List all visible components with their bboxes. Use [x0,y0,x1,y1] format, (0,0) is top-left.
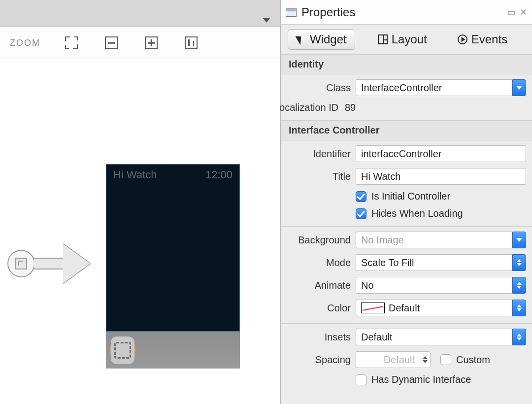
watch-time: 12:00 [205,168,233,327]
spacing-field[interactable]: Default [356,351,420,368]
chevron-updown-icon[interactable] [512,300,526,316]
class-label: Class [287,82,351,94]
tab-events-label: Events [471,33,507,46]
properties-icon [286,8,297,17]
hides-when-loading-checkbox[interactable] [356,208,366,219]
section-identity-header: Identity [281,54,532,74]
panel-title: Properties [301,5,502,19]
color-combo[interactable]: Default [356,300,526,316]
zoom-out-icon[interactable] [105,36,118,49]
is-initial-label: Is Initial Controller [371,191,450,202]
watch-title: Hi Watch [113,168,157,327]
chevron-updown-icon[interactable] [512,277,526,294]
title-field[interactable]: Hi Watch [356,168,526,185]
insets-combo[interactable]: Default [356,329,526,345]
canvas-toolbar: ZOOM [0,27,280,59]
zoom-fit-icon[interactable] [65,36,78,49]
custom-spacing-checkbox[interactable] [440,354,451,365]
insets-label: Insets [287,332,351,343]
animate-field[interactable]: No [356,277,512,294]
color-label: Color [287,303,351,314]
section-background: Background No Image Mode Scale To Fill A… [281,226,532,323]
mode-combo[interactable]: Scale To Fill [356,254,526,271]
canvas-column: ZOOM Hi Watch 12:00 [0,0,281,404]
identifier-field[interactable]: interfaceController [356,145,526,162]
insets-field[interactable]: Default [356,329,512,345]
placeholder-icon [114,342,131,359]
close-icon[interactable]: ✕ [520,7,527,18]
class-field[interactable]: InterfaceController [356,79,512,96]
chevron-down-icon[interactable] [512,232,526,248]
section-insets: Insets Default Spacing Default Custom [281,323,532,392]
dynamic-interface-label: Has Dynamic Interface [371,374,471,385]
cursor-icon [296,34,306,44]
panel-titlebar: Properties ▭ ✕ [281,0,532,25]
canvas-area[interactable]: Hi Watch 12:00 [0,59,280,404]
section-identity: Class InterfaceController Localization I… [281,74,532,120]
dynamic-interface-checkbox[interactable] [356,374,366,385]
entry-point-icon [7,250,35,277]
tab-widget-label: Widget [310,33,347,46]
chevron-updown-icon[interactable] [512,329,526,345]
watch-interface-controller[interactable]: Hi Watch 12:00 [106,164,240,369]
storyboard-entry-arrow[interactable] [7,244,90,283]
canvas-menu-dropdown-icon[interactable] [263,18,270,23]
localization-id-value: 89 [343,102,356,113]
chevron-updown-icon[interactable] [512,254,526,271]
background-combo[interactable]: No Image [356,232,526,248]
watch-dock [106,332,240,369]
localization-id-label: Localization ID [274,102,338,113]
zoom-actual-icon[interactable] [185,36,198,49]
dock-item[interactable] [110,337,135,363]
background-label: Background [287,235,351,246]
stepper-updown-icon[interactable] [420,351,431,368]
custom-spacing-label: Custom [456,354,490,366]
tab-layout[interactable]: Layout [370,30,435,49]
layout-icon [378,34,388,44]
zoom-label: ZOOM [10,38,40,48]
properties-panel: Properties ▭ ✕ Widget Layout Events Iden… [281,0,532,404]
section-ic-header: Interface Controller [281,120,532,140]
title-label: Title [287,171,351,182]
panel-tabs: Widget Layout Events [281,25,532,54]
animate-label: Animate [287,280,351,291]
tab-widget[interactable]: Widget [288,29,355,50]
canvas-header [0,0,280,27]
mode-field[interactable]: Scale To Fill [356,254,512,271]
events-icon [458,34,467,44]
hides-when-loading-label: Hides When Loading [371,208,463,219]
identifier-label: Identifier [287,148,351,160]
is-initial-checkbox[interactable] [356,191,366,202]
spacing-stepper[interactable]: Default [356,351,431,368]
spacing-label: Spacing [287,354,351,366]
zoom-in-icon[interactable] [145,36,158,49]
chevron-down-icon[interactable] [512,79,526,96]
section-ic: Identifier interfaceController Title Hi … [281,140,532,226]
watch-screen: Hi Watch 12:00 [106,164,240,332]
mode-label: Mode [287,257,351,269]
background-field[interactable]: No Image [356,232,512,248]
color-swatch-none-icon [361,303,385,313]
tab-events[interactable]: Events [450,30,515,49]
minimize-icon[interactable]: ▭ [507,7,516,18]
color-value: Default [389,303,420,314]
color-field[interactable]: Default [356,300,512,316]
class-combo[interactable]: InterfaceController [356,79,526,96]
tab-layout-label: Layout [392,33,427,46]
animate-combo[interactable]: No [356,277,526,294]
